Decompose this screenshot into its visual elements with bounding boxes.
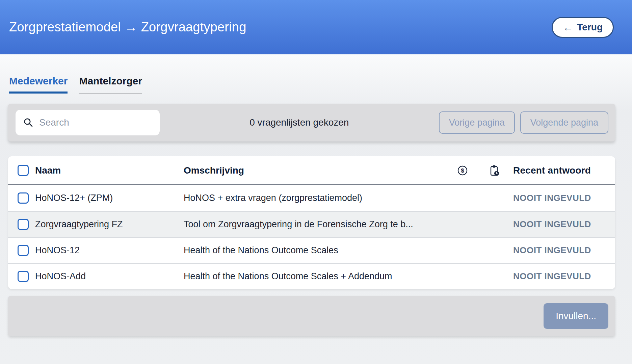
row-name: HoNOS-12+ (ZPM) (35, 193, 180, 203)
tab-medewerker[interactable]: Medewerker (9, 75, 68, 94)
page-body: Medewerker Mantelzorger 0 vragenlijsten … (0, 54, 632, 364)
dollar-circle-icon: $ (446, 165, 478, 176)
row-status: NOOIT INGEVULD (510, 219, 615, 230)
row-checkbox-cell (8, 192, 35, 204)
invullen-button[interactable]: Invullen... (544, 303, 608, 329)
table-row[interactable]: Zorgvraagtypering FZ Tool om Zorgvraagty… (8, 211, 615, 237)
row-name: HoNOS-12 (35, 245, 180, 256)
search-icon (23, 117, 34, 128)
column-header-recent-antwoord: Recent antwoord (510, 165, 615, 176)
row-name: Zorgvraagtypering FZ (35, 219, 180, 230)
row-description: Health of the Nations Outcome Scales (180, 245, 446, 256)
table-row[interactable]: HoNOS-Add Health of the Nations Outcome … (8, 263, 615, 289)
select-all-cell (8, 165, 35, 176)
table-header-row: Naam Omschrijving $ Recent antwoord (8, 156, 615, 185)
column-header-naam: Naam (35, 165, 180, 176)
search-input[interactable] (39, 117, 161, 128)
select-all-checkbox[interactable] (18, 165, 29, 176)
previous-page-button[interactable]: Vorige pagina (439, 111, 515, 134)
row-description: Health of the Nations Outcome Scales + A… (180, 271, 446, 282)
app-header: Zorgprestatiemodel → Zorgvraagtypering ←… (0, 0, 632, 54)
clipboard-clock-icon (478, 165, 510, 176)
left-arrow-icon: ← (563, 22, 573, 32)
toolbar: 0 vragenlijsten gekozen Vorige pagina Vo… (8, 104, 615, 141)
search-box[interactable] (16, 110, 160, 135)
row-checkbox[interactable] (18, 192, 29, 204)
row-checkbox[interactable] (18, 271, 29, 282)
tab-bar: Medewerker Mantelzorger (0, 75, 632, 94)
tab-mantelzorger-label: Mantelzorger (79, 75, 142, 86)
selection-status: 0 vragenlijsten gekozen (160, 117, 439, 128)
page-title: Zorgprestatiemodel → Zorgvraagtypering (9, 20, 246, 34)
next-page-button[interactable]: Volgende pagina (520, 111, 608, 134)
row-checkbox-cell (8, 271, 35, 282)
table-row[interactable]: HoNOS-12 Health of the Nations Outcome S… (8, 237, 615, 263)
tab-mantelzorger[interactable]: Mantelzorger (79, 75, 142, 94)
row-name: HoNOS-Add (35, 271, 180, 282)
row-checkbox[interactable] (18, 245, 29, 256)
row-status: NOOIT INGEVULD (510, 193, 615, 203)
row-status: NOOIT INGEVULD (510, 245, 615, 256)
pagination: Vorige pagina Volgende pagina (439, 111, 608, 134)
table-row[interactable]: HoNOS-12+ (ZPM) HoNOS + extra vragen (zo… (8, 185, 615, 211)
row-description: Tool om Zorgvraagtypering in de Forensis… (180, 219, 446, 230)
back-button[interactable]: ← Terug (552, 17, 614, 38)
row-status: NOOIT INGEVULD (510, 271, 615, 282)
svg-text:$: $ (461, 167, 464, 174)
row-checkbox-cell (8, 219, 35, 230)
table-body: HoNOS-12+ (ZPM) HoNOS + extra vragen (zo… (8, 185, 615, 289)
row-checkbox-cell (8, 245, 35, 256)
questionnaire-table: Naam Omschrijving $ Recent antwoord (8, 156, 615, 289)
footer-bar: Invullen... (8, 296, 615, 336)
row-checkbox[interactable] (18, 219, 29, 230)
back-button-label: Terug (577, 22, 603, 33)
row-description: HoNOS + extra vragen (zorgprestatiemodel… (180, 193, 446, 203)
tab-medewerker-label: Medewerker (9, 75, 68, 86)
column-header-omschrijving: Omschrijving (180, 165, 446, 176)
